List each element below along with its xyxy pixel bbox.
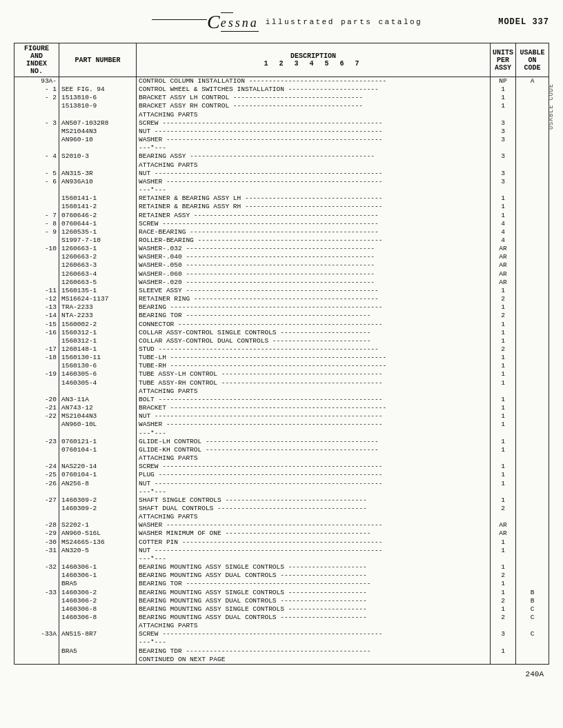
cell-part [59, 161, 137, 170]
cell-units: AR [490, 245, 515, 253]
cell-description: ATTACHING PARTS [137, 161, 491, 170]
table-body: 93A-CONTROL COLUMN INSTALLATION --------… [14, 77, 549, 665]
cell-figure: -25 [14, 471, 59, 479]
cell-part [59, 387, 137, 396]
cell-units: 1 [490, 446, 515, 454]
cell-description: ---*--- [137, 555, 491, 563]
cell-usable [516, 170, 549, 178]
cell-usable [516, 303, 549, 312]
table-row: -111560135-1 SLEEVE ASSY ---------------… [14, 287, 549, 295]
table-row: 1560130-6TUBE-RH -----------------------… [14, 362, 549, 370]
cell-description: WASHER MINIMUM OF ONE ------------------… [137, 529, 491, 538]
cell-description: ---*--- [137, 638, 491, 647]
cell-figure: -26 [14, 480, 59, 488]
table-row: ---*--- [14, 144, 549, 152]
table-row: -230760121-1 GLIDE-LH CONTROL ----------… [14, 438, 549, 446]
cell-units: 1 [490, 329, 515, 337]
table-row: - 91260535-1 RACE-BEARING --------------… [14, 228, 549, 236]
cell-description: ---*--- [137, 488, 491, 496]
cell-usable [516, 287, 549, 295]
cell-description: WASHER-.020 ----------------------------… [137, 279, 491, 287]
cell-figure [14, 144, 59, 152]
cell-figure: - 9 [14, 228, 59, 236]
cell-part: 1460305-4 [59, 379, 137, 387]
cell-usable [516, 152, 549, 161]
table-row: 93A-CONTROL COLUMN INSTALLATION --------… [14, 77, 549, 86]
cell-part [59, 638, 137, 647]
cell-part: 1260663-3 [59, 261, 137, 270]
cell-description: ATTACHING PARTS [137, 622, 491, 630]
cell-usable [516, 194, 549, 203]
cell-units: 1 [490, 404, 515, 412]
cell-description: RETAINER & BEARING ASSY RH -------------… [137, 203, 491, 211]
cell-units: 4 [490, 220, 515, 228]
cell-usable [516, 295, 549, 303]
cell-description: TUBE ASSY-RH CONTROL -------------------… [137, 379, 491, 387]
cell-units [490, 622, 515, 630]
cell-figure: -33 [14, 589, 59, 597]
cell-figure: -14 [14, 312, 59, 320]
cell-description: TUBE-RH --------------------------------… [137, 362, 491, 370]
table-row: - 5AN315-3RNUT -------------------------… [14, 170, 549, 178]
cell-figure: - 3 [14, 119, 59, 128]
page-number: 240A [55, 670, 546, 678]
cell-figure [14, 102, 59, 110]
cell-units: 1 [490, 471, 515, 479]
table-header-row: FIGUREANDINDEXNO. PART NUMBER DESCRIPTIO… [14, 43, 549, 77]
cell-part: NAS220-14 [59, 463, 137, 471]
cell-description: SCREW ----------------------------------… [137, 630, 491, 638]
cell-part: S1997-7-10 [59, 236, 137, 245]
page: C essna illustrated parts catalog MODEL … [0, 0, 563, 728]
table-row: - 21513810-6 BRACKET ASSY LH CONTROL ---… [14, 94, 549, 102]
table-row: -161560312-1COLLAR ASSY-CONTROL SINGLE C… [14, 329, 549, 337]
cell-units: 1 [490, 496, 515, 505]
cell-description: NUT ------------------------------------… [137, 128, 491, 136]
cell-description: ATTACHING PARTS [137, 387, 491, 396]
cell-units: 2 [490, 597, 515, 605]
table-row: -271460309-2SHAFT SINGLE CONTROLS ------… [14, 496, 549, 505]
cell-figure: -29 [14, 529, 59, 538]
cell-figure: - 8 [14, 220, 59, 228]
cell-figure [14, 454, 59, 463]
cell-figure: -15 [14, 321, 59, 329]
cell-part: 0760646-2 [59, 212, 137, 220]
cell-usable [516, 505, 549, 513]
cell-figure: -32 [14, 563, 59, 572]
cell-usable [516, 329, 549, 337]
cell-description: STUD -----------------------------------… [137, 345, 491, 354]
table-row: ATTACHING PARTS [14, 111, 549, 119]
cell-usable [516, 203, 549, 211]
cell-description: WASHER ---------------------------------… [137, 421, 491, 429]
col-header-part: PART NUMBER [59, 43, 137, 77]
cell-figure: -16 [14, 329, 59, 337]
cell-figure [14, 261, 59, 270]
page-footer: 240A [14, 670, 549, 678]
table-row: ---*--- [14, 429, 549, 438]
cell-figure: -22 [14, 412, 59, 421]
cell-part: 1460309-2 [59, 505, 137, 513]
table-row: - 70760646-2 RETAINER ASSY -------------… [14, 212, 549, 220]
cell-part: TRA-2233 [59, 303, 137, 312]
table-row: 1460306-2BEARING MOUNTING ASSY DUAL CONT… [14, 597, 549, 605]
cell-part: NTA-2233 [59, 312, 137, 320]
cell-figure [14, 572, 59, 580]
table-row: -28S2202-1WASHER -----------------------… [14, 521, 549, 529]
cell-description: ---*--- [137, 186, 491, 194]
cell-description: WASHER ---------------------------------… [137, 136, 491, 144]
table-row: BRA5 BEARING TDR -----------------------… [14, 647, 549, 656]
cell-description: RETAINER & BEARING ASSY LH -------------… [137, 194, 491, 203]
cell-figure [14, 605, 59, 614]
cell-figure [14, 270, 59, 279]
cell-part: AN515-8R7 [59, 630, 137, 638]
cell-figure [14, 203, 59, 211]
cell-usable [516, 521, 549, 529]
cell-description: WASHER-.060 ----------------------------… [137, 270, 491, 279]
cell-usable [516, 513, 549, 521]
cell-part: 1560130-6 [59, 362, 137, 370]
table-row: -30MS24665-136COTTER PIN ---------------… [14, 538, 549, 547]
cell-units [490, 638, 515, 647]
cell-units: 1 [490, 421, 515, 429]
cell-usable [516, 438, 549, 446]
col-header-desc: DESCRIPTION 1 2 3 4 5 6 7 [137, 43, 491, 77]
cell-part: 1560312-1 [59, 337, 137, 345]
